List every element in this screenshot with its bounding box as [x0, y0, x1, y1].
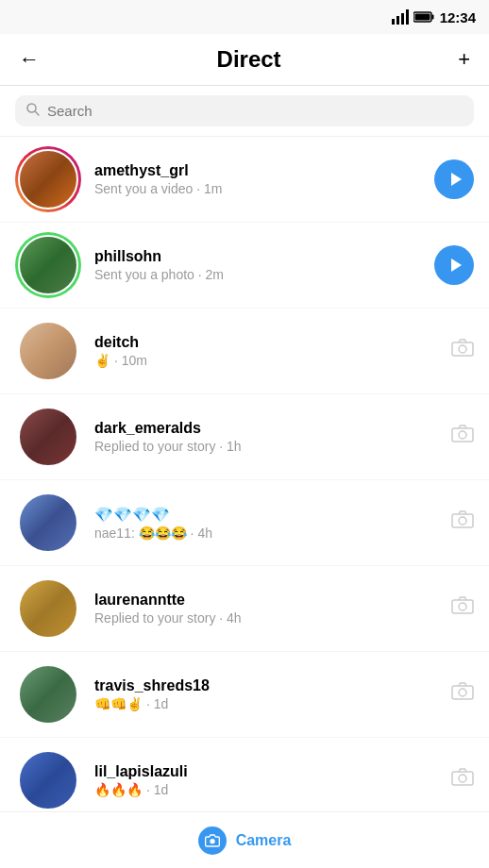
conversation-name: lil_lapislazuli [94, 763, 438, 780]
avatar-ring [15, 146, 81, 212]
avatar-ring [15, 318, 81, 384]
avatar-wrap [15, 318, 81, 384]
svg-rect-19 [452, 772, 473, 785]
status-icons [392, 9, 434, 25]
bottom-camera-bar[interactable]: Camera [0, 811, 489, 868]
svg-rect-17 [452, 686, 473, 699]
conversation-name: phillsohn [94, 248, 421, 265]
camera-icon [451, 682, 474, 707]
avatar-wrap [15, 490, 81, 556]
conversation-item[interactable]: laurenanntteReplied to your story · 4h [0, 566, 489, 652]
conversation-info: lil_lapislazuli🔥🔥🔥 · 1d [94, 763, 438, 797]
status-time: 12:34 [440, 9, 476, 25]
svg-point-18 [459, 689, 466, 696]
conversation-action[interactable] [434, 159, 474, 199]
conversation-name: dark_emeralds [94, 420, 438, 437]
add-icon: + [458, 47, 470, 72]
conversation-preview: Replied to your story · 1h [94, 439, 438, 454]
conversation-preview: Sent you a video · 1m [94, 181, 421, 196]
avatar-ring [15, 576, 81, 642]
back-button[interactable]: ← [15, 43, 43, 75]
search-icon [26, 103, 40, 119]
svg-point-10 [459, 345, 466, 353]
conversation-preview: 👊👊✌️ · 1d [94, 696, 438, 711]
conversation-preview: Sent you a photo · 2m [94, 267, 421, 282]
signal-icon [392, 9, 409, 25]
avatar [18, 578, 78, 639]
camera-label: Camera [236, 832, 292, 849]
conversation-preview: nae11: 😂😂😂 · 4h [94, 526, 438, 541]
svg-rect-2 [401, 13, 404, 25]
conversation-preview: ✌️ · 10m [94, 353, 438, 368]
svg-point-20 [459, 775, 466, 782]
camera-icon [451, 596, 474, 621]
camera-icon [451, 768, 474, 793]
svg-point-21 [210, 839, 214, 843]
avatar-ring [15, 232, 81, 298]
conversation-info: dark_emeraldsReplied to your story · 1h [94, 420, 438, 454]
conversation-name: travis_shreds18 [94, 677, 438, 694]
conversation-item[interactable]: travis_shreds18👊👊✌️ · 1d [0, 652, 489, 738]
search-input-wrap[interactable] [15, 95, 474, 126]
conversation-item[interactable]: amethyst_grlSent you a video · 1m [0, 137, 489, 223]
conversation-action[interactable] [434, 245, 474, 285]
conversation-info: amethyst_grlSent you a video · 1m [94, 162, 421, 196]
camera-circle-icon [198, 826, 227, 855]
avatar [18, 235, 78, 295]
header: ← Direct + [0, 34, 489, 86]
battery-icon [413, 11, 434, 23]
avatar-wrap [15, 404, 81, 470]
conversation-list: amethyst_grlSent you a video · 1mphillso… [0, 137, 489, 824]
avatar-ring [15, 490, 81, 556]
svg-rect-9 [452, 342, 473, 356]
avatar [18, 664, 78, 725]
svg-point-12 [459, 431, 466, 439]
conversation-info: 💎💎💎💎nae11: 😂😂😂 · 4h [94, 506, 438, 541]
camera-icon [451, 339, 474, 363]
conversation-action [451, 682, 474, 707]
avatar-wrap [15, 232, 81, 298]
svg-rect-1 [396, 16, 399, 25]
conversation-name: amethyst_grl [94, 162, 421, 179]
conversation-item[interactable]: 💎💎💎💎nae11: 😂😂😂 · 4h [0, 480, 489, 566]
conversation-info: phillsohnSent you a photo · 2m [94, 248, 421, 282]
avatar-wrap [15, 747, 81, 813]
svg-line-8 [35, 111, 39, 115]
avatar-ring [15, 661, 81, 727]
avatar-ring [15, 747, 81, 813]
avatar [18, 407, 78, 467]
avatar-ring [15, 404, 81, 470]
new-message-button[interactable]: + [454, 43, 474, 75]
svg-rect-5 [431, 15, 433, 20]
play-button[interactable] [434, 245, 474, 285]
page-title: Direct [217, 46, 281, 73]
conversation-info: deitch✌️ · 10m [94, 334, 438, 368]
avatar [18, 750, 78, 810]
conversation-name: laurenanntte [94, 592, 438, 609]
svg-rect-3 [406, 9, 409, 25]
conversation-item[interactable]: dark_emeraldsReplied to your story · 1h [0, 394, 489, 480]
avatar-wrap [15, 661, 81, 727]
svg-rect-11 [452, 428, 473, 442]
camera-icon [451, 510, 474, 535]
conversation-action [451, 768, 474, 793]
avatar [18, 321, 78, 381]
conversation-action [451, 339, 474, 363]
svg-rect-0 [392, 19, 395, 25]
search-input[interactable] [47, 103, 463, 119]
conversation-item[interactable]: deitch✌️ · 10m [0, 309, 489, 394]
play-button[interactable] [434, 159, 474, 199]
back-arrow-icon: ← [19, 47, 40, 72]
avatar [18, 149, 78, 209]
conversation-info: laurenanntteReplied to your story · 4h [94, 592, 438, 626]
conversation-preview: Replied to your story · 4h [94, 610, 438, 626]
conversation-action [451, 510, 474, 535]
conversation-action [451, 596, 474, 621]
search-bar [0, 86, 489, 137]
svg-rect-13 [452, 514, 473, 527]
avatar-wrap [15, 146, 81, 212]
conversation-item[interactable]: phillsohnSent you a photo · 2m [0, 223, 489, 309]
camera-icon [451, 425, 474, 449]
conversation-preview: 🔥🔥🔥 · 1d [94, 782, 438, 797]
svg-point-16 [459, 603, 466, 610]
